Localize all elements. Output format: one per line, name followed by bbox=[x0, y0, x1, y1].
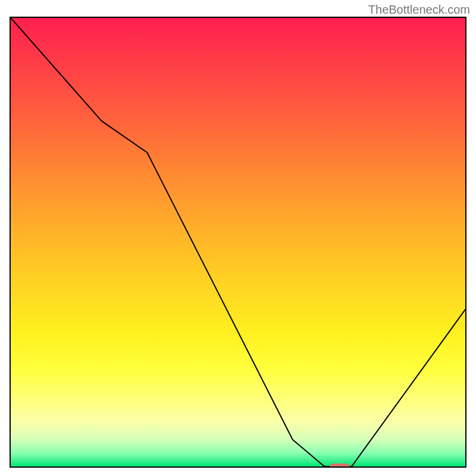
watermark-text: TheBottleneck.com bbox=[368, 3, 470, 17]
minimum-marker bbox=[329, 464, 350, 468]
chart-svg bbox=[11, 18, 465, 466]
bottleneck-curve-path bbox=[11, 18, 465, 466]
plot-area bbox=[10, 17, 466, 468]
